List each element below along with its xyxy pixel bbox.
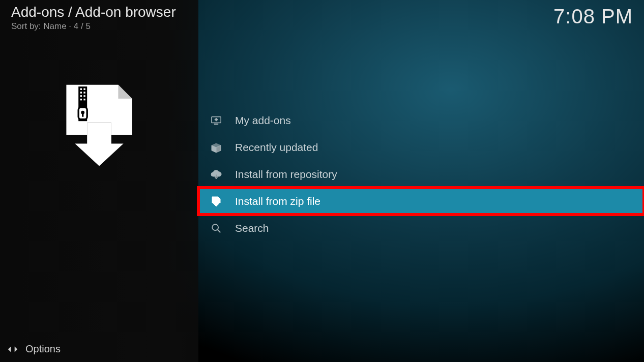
sidebar-zip-artwork <box>56 81 142 168</box>
svg-rect-11 <box>82 112 83 117</box>
svg-rect-13 <box>214 124 218 124</box>
svg-rect-4 <box>83 92 85 93</box>
zip-download-icon <box>210 195 223 208</box>
menu-item-search[interactable]: Search <box>198 215 644 242</box>
options-button[interactable]: Options <box>7 343 61 355</box>
svg-rect-7 <box>80 99 82 100</box>
options-arrows-icon <box>7 344 18 355</box>
svg-rect-2 <box>83 88 85 90</box>
svg-rect-1 <box>80 88 82 90</box>
menu-item-label: Search <box>235 222 269 234</box>
svg-rect-5 <box>80 95 82 97</box>
monitor-addon-icon <box>210 114 223 127</box>
svg-rect-8 <box>83 99 85 100</box>
menu-item-label: My add-ons <box>235 114 291 127</box>
addon-browser-list: My add-ons Recently updated Install from… <box>198 107 644 242</box>
breadcrumb: Add-ons / Add-on browser <box>11 4 176 20</box>
menu-item-my-addons[interactable]: My add-ons <box>198 107 644 134</box>
menu-item-recently-updated[interactable]: Recently updated <box>198 134 644 161</box>
svg-rect-3 <box>80 92 82 93</box>
search-icon <box>210 222 223 235</box>
box-open-icon <box>210 141 223 154</box>
menu-item-label: Install from zip file <box>235 195 320 207</box>
sidebar-panel <box>0 0 198 362</box>
menu-item-install-from-repository[interactable]: Install from repository <box>198 161 644 188</box>
sort-status: Sort by: Name · 4 / 5 <box>11 21 91 32</box>
options-label: Options <box>25 343 61 355</box>
svg-point-14 <box>212 224 218 230</box>
menu-item-install-from-zip[interactable]: Install from zip file <box>198 188 644 215</box>
svg-line-15 <box>218 229 221 232</box>
menu-item-label: Install from repository <box>235 168 337 180</box>
cloud-download-icon <box>210 168 223 181</box>
clock: 7:08 PM <box>553 5 633 28</box>
menu-item-label: Recently updated <box>235 141 318 154</box>
svg-rect-6 <box>83 95 85 97</box>
